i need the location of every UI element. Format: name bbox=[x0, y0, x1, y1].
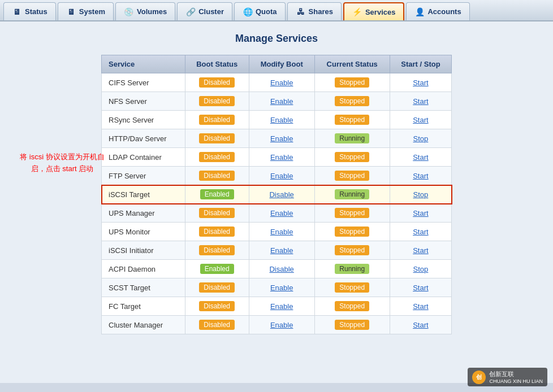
watermark: 创 创新互联 CHUANG XIN HU LIAN bbox=[468, 368, 547, 386]
status-icon: 🖥 bbox=[12, 7, 22, 17]
col-current-status: Current Status bbox=[314, 55, 390, 73]
service-name: UPS Monitor bbox=[102, 223, 185, 241]
table-row: RSync ServerDisabledEnableStoppedStart bbox=[102, 111, 452, 129]
table-row: iSCSI TargetEnabledDisableRunningStop bbox=[102, 185, 452, 204]
modify-boot-link[interactable]: Disable bbox=[249, 260, 314, 278]
table-row: FTP ServerDisabledEnableStoppedStart bbox=[102, 167, 452, 185]
volumes-icon: 💿 bbox=[124, 7, 134, 17]
cluster-icon: 🔗 bbox=[185, 7, 196, 17]
boot-status: Disabled bbox=[185, 167, 249, 185]
modify-boot-link[interactable]: Enable bbox=[249, 73, 314, 92]
action-link[interactable]: Start bbox=[390, 148, 451, 167]
current-status: Stopped bbox=[314, 278, 390, 297]
table-row: NFS ServerDisabledEnableStoppedStart bbox=[102, 92, 452, 111]
top-navigation: 🖥 Status 🖥 System 💿 Volumes 🔗 Cluster 🌐 … bbox=[0, 0, 553, 21]
boot-status: Disabled bbox=[185, 316, 249, 334]
current-status: Stopped bbox=[314, 167, 390, 185]
watermark-text: 创新互联 CHUANG XIN HU LIAN bbox=[489, 370, 543, 384]
tab-cluster-label: Cluster bbox=[198, 7, 224, 16]
table-row: UPS ManagerDisabledEnableStoppedStart bbox=[102, 204, 452, 223]
modify-boot-link[interactable]: Enable bbox=[249, 167, 314, 185]
action-link[interactable]: Start bbox=[390, 204, 451, 223]
modify-boot-link[interactable]: Enable bbox=[249, 223, 314, 241]
shares-icon: 🖧 bbox=[296, 7, 306, 17]
boot-status: Disabled bbox=[185, 111, 249, 129]
tab-accounts[interactable]: 👤 Accounts bbox=[406, 2, 469, 20]
tab-services-label: Services bbox=[365, 8, 396, 16]
modify-boot-link[interactable]: Enable bbox=[249, 92, 314, 111]
table-row: ACPI DaemonEnabledDisableRunningStop bbox=[102, 260, 452, 278]
action-link[interactable]: Start bbox=[390, 297, 451, 316]
action-link[interactable]: Stop bbox=[390, 260, 451, 278]
current-status: Stopped bbox=[314, 241, 390, 260]
current-status: Stopped bbox=[314, 73, 390, 92]
boot-status: Disabled bbox=[185, 129, 249, 148]
tab-cluster[interactable]: 🔗 Cluster bbox=[177, 2, 232, 20]
tab-quota-label: Quota bbox=[256, 7, 277, 16]
service-name: SCST Target bbox=[102, 278, 185, 297]
tab-volumes[interactable]: 💿 Volumes bbox=[115, 2, 175, 20]
tab-volumes-label: Volumes bbox=[137, 7, 167, 16]
service-name: Cluster Manager bbox=[102, 316, 185, 334]
service-name: FC Target bbox=[102, 297, 185, 316]
tab-quota[interactable]: 🌐 Quota bbox=[234, 2, 286, 20]
boot-status: Disabled bbox=[185, 241, 249, 260]
col-modify-boot: Modify Boot bbox=[249, 55, 314, 73]
modify-boot-link[interactable]: Enable bbox=[249, 297, 314, 316]
current-status: Running bbox=[314, 185, 390, 204]
service-name: RSync Server bbox=[102, 111, 185, 129]
action-link[interactable]: Start bbox=[390, 316, 451, 334]
service-name: CIFS Server bbox=[102, 73, 185, 92]
service-name: FTP Server bbox=[102, 167, 185, 185]
action-link[interactable]: Start bbox=[390, 73, 451, 92]
current-status: Stopped bbox=[314, 92, 390, 111]
watermark-logo: 创 bbox=[472, 371, 486, 384]
service-name: HTTP/Dav Server bbox=[102, 129, 185, 148]
table-row: iSCSI InitiatorDisabledEnableStoppedStar… bbox=[102, 241, 452, 260]
tab-shares-label: Shares bbox=[309, 7, 333, 16]
accounts-icon: 👤 bbox=[414, 7, 425, 17]
current-status: Stopped bbox=[314, 316, 390, 334]
boot-status: Disabled bbox=[185, 73, 249, 92]
boot-status: Enabled bbox=[185, 185, 249, 204]
service-name: UPS Manager bbox=[102, 204, 185, 223]
modify-boot-link[interactable]: Enable bbox=[249, 316, 314, 334]
current-status: Running bbox=[314, 260, 390, 278]
modify-boot-link[interactable]: Disable bbox=[249, 185, 314, 204]
action-link[interactable]: Start bbox=[390, 167, 451, 185]
action-link[interactable]: Start bbox=[390, 111, 451, 129]
boot-status: Disabled bbox=[185, 148, 249, 167]
boot-status: Disabled bbox=[185, 297, 249, 316]
tab-system[interactable]: 🖥 System bbox=[58, 2, 114, 20]
tab-status-label: Status bbox=[25, 7, 47, 16]
modify-boot-link[interactable]: Enable bbox=[249, 278, 314, 297]
action-link[interactable]: Start bbox=[390, 92, 451, 111]
main-content: Manage Services 将 iscsi 协议设置为开机自启，点击 sta… bbox=[0, 21, 553, 383]
service-name: LDAP Container bbox=[102, 148, 185, 167]
boot-status: Enabled bbox=[185, 260, 249, 278]
service-name: NFS Server bbox=[102, 92, 185, 111]
table-row: SCST TargetDisabledEnableStoppedStart bbox=[102, 278, 452, 297]
tab-services[interactable]: ⚡ Services bbox=[343, 2, 405, 20]
annotation: 将 iscsi 协议设置为开机自启，点击 start 启动 bbox=[17, 151, 107, 175]
tab-status[interactable]: 🖥 Status bbox=[3, 2, 56, 20]
current-status: Stopped bbox=[314, 204, 390, 223]
services-table: Service Boot Status Modify Boot Current … bbox=[101, 55, 452, 334]
modify-boot-link[interactable]: Enable bbox=[249, 129, 314, 148]
modify-boot-link[interactable]: Enable bbox=[249, 204, 314, 223]
tab-accounts-label: Accounts bbox=[427, 7, 461, 16]
table-header-row: Service Boot Status Modify Boot Current … bbox=[102, 55, 452, 73]
action-link[interactable]: Start bbox=[390, 241, 451, 260]
tab-shares[interactable]: 🖧 Shares bbox=[287, 2, 342, 20]
action-link[interactable]: Stop bbox=[390, 129, 451, 148]
action-link[interactable]: Stop bbox=[390, 185, 451, 204]
modify-boot-link[interactable]: Enable bbox=[249, 241, 314, 260]
table-row: FC TargetDisabledEnableStoppedStart bbox=[102, 297, 452, 316]
action-link[interactable]: Start bbox=[390, 278, 451, 297]
modify-boot-link[interactable]: Enable bbox=[249, 111, 314, 129]
service-name: iSCSI Target bbox=[102, 185, 185, 204]
action-link[interactable]: Start bbox=[390, 223, 451, 241]
col-service: Service bbox=[102, 55, 185, 73]
current-status: Stopped bbox=[314, 111, 390, 129]
modify-boot-link[interactable]: Enable bbox=[249, 148, 314, 167]
